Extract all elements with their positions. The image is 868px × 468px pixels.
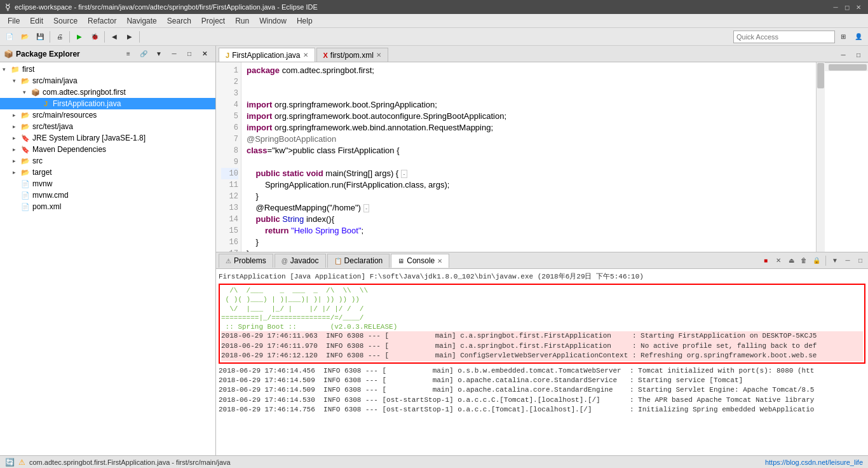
tab-console-close[interactable]: ✕ (437, 258, 442, 265)
tree-item-3[interactable]: JFirstApplication.java (0, 98, 215, 109)
menu-source[interactable]: Source (48, 15, 83, 27)
toolbar-debug-button[interactable]: 🐞 (88, 30, 102, 44)
tree-item-7[interactable]: ▸🔖Maven Dependencies (0, 144, 215, 155)
toolbar-save-button[interactable]: 💾 (33, 30, 47, 44)
tree-label-12: pom.xml (32, 202, 61, 211)
tree-icon-6: 🔖 (20, 133, 31, 143)
tree-item-4[interactable]: ▸📂src/main/resources (0, 109, 215, 121)
console-stop-button[interactable]: ■ (761, 256, 771, 266)
tab-pom-xml-close[interactable]: ✕ (376, 52, 381, 59)
toolbar-sep-2 (69, 31, 70, 43)
toolbar-sep-4 (139, 31, 140, 43)
main-area: 📦 Package Explorer ≡ 🔗 ▼ ─ □ ✕ ▾📁first▾📂… (0, 46, 868, 455)
tab-pom-xml[interactable]: X first/pom.xml ✕ (316, 48, 388, 62)
code-line-2 (247, 76, 811, 88)
editor-tab-controls: ─ □ (836, 48, 865, 62)
tree-item-5[interactable]: ▸📂src/test/java (0, 121, 215, 132)
toolbar-user-button[interactable]: 👤 (851, 30, 865, 44)
toolbar-new-button[interactable]: 📄 (3, 30, 17, 44)
tree-icon-9: 📂 (20, 167, 31, 177)
tree-item-10[interactable]: 📄mvnw (0, 178, 215, 189)
title-bar-text: eclipse-workspace - first/src/main/java/… (15, 3, 318, 11)
toolbar-prev-button[interactable]: ◀ (107, 30, 121, 44)
collapse-all-button[interactable]: ≡ (121, 47, 135, 61)
tree-item-12[interactable]: 📄pom.xml (0, 201, 215, 212)
tree-arrow-4: ▸ (13, 112, 20, 118)
line-num-16: 16 (221, 237, 238, 248)
tree-item-8[interactable]: ▸📂src (0, 155, 215, 167)
toolbar-run-button[interactable]: ▶ (72, 30, 86, 44)
line-num-13: 13 (221, 202, 238, 214)
collapse-marker-13[interactable]: - (363, 204, 369, 212)
console-panel-menu[interactable]: ▼ (830, 256, 840, 266)
tree-label-5: src/test/java (32, 122, 73, 131)
menu-file[interactable]: File (3, 15, 25, 27)
collapse-marker-10[interactable]: - (401, 170, 407, 178)
tree-label-9: target (32, 168, 52, 177)
console-highlight-box: /\ /___ _ ___ _ /\ \\ \\ ( )( )___) | )|… (219, 284, 865, 364)
minimize-button[interactable]: ─ (831, 3, 840, 11)
link-editor-button[interactable]: 🔗 (137, 47, 151, 61)
editor-maximize-button[interactable]: ─ (836, 48, 850, 62)
panel-maximize-button[interactable]: □ (182, 47, 196, 61)
menu-run[interactable]: Run (230, 15, 254, 27)
tab-declaration[interactable]: 📋 Declaration (327, 254, 390, 268)
code-line-11: SpringApplication.run(FirstApplication.c… (247, 179, 811, 191)
tab-console[interactable]: 🖥 Console ✕ (391, 254, 449, 268)
menu-window[interactable]: Window (254, 15, 292, 27)
tree-item-2[interactable]: ▾📦com.adtec.springbot.first (0, 86, 215, 98)
console-clear-button[interactable]: 🗑 (799, 256, 809, 266)
panel-close-button[interactable]: ✕ (198, 47, 212, 61)
menu-edit[interactable]: Edit (25, 15, 48, 27)
toolbar-next-button[interactable]: ▶ (123, 30, 137, 44)
tab-javadoc[interactable]: @ Javadoc (275, 254, 326, 268)
bottom-tab-controls: ■ ✕ ⏏ 🗑 🔒 ▼ ─ □ (761, 256, 865, 266)
package-explorer-header: 📦 Package Explorer ≡ 🔗 ▼ ─ □ ✕ (0, 46, 215, 62)
close-button[interactable]: ✕ (854, 3, 863, 11)
tree-item-6[interactable]: ▸🔖JRE System Library [JavaSE-1.8] (0, 132, 215, 144)
line-num-15: 15 (221, 225, 238, 237)
panel-menu-button[interactable]: ▼ (152, 47, 166, 61)
code-scroll-area[interactable]: 1234567891011121314151617 package com.ad… (216, 62, 816, 252)
tab-javadoc-label: Javadoc (290, 256, 319, 265)
console-line-1: 2018-06-29 17:46:11.970 INFO 6308 --- [ … (221, 341, 863, 351)
code-line-1: package com.adtec.springbot.first; (247, 65, 811, 76)
code-lines[interactable]: package com.adtec.springbot.first; impor… (241, 62, 816, 252)
menu-project[interactable]: Project (196, 15, 230, 27)
tree-icon-3: J (41, 99, 51, 109)
tab-first-application-close[interactable]: ✕ (303, 52, 308, 59)
line-numbers: 1234567891011121314151617 (216, 62, 241, 252)
maximize-button[interactable]: ◻ (843, 3, 851, 11)
editor-vertical-scrollbar[interactable] (816, 62, 825, 252)
quick-access-input[interactable] (733, 31, 835, 43)
menu-navigate[interactable]: Navigate (121, 15, 161, 27)
panel-minimize-button[interactable]: ─ (167, 47, 181, 61)
tree-item-0[interactable]: ▾📁first (0, 64, 215, 75)
tree-item-9[interactable]: ▸📂target (0, 167, 215, 178)
console-icon: 🖥 (398, 258, 404, 265)
editor-minimize-button[interactable]: □ (851, 48, 865, 62)
toolbar-open-button[interactable]: 📂 (18, 30, 32, 44)
tab-xml-icon: X (323, 52, 328, 59)
toolbar-perspectives-button[interactable]: ⊞ (836, 30, 850, 44)
tab-problems[interactable]: ⚠ Problems (219, 254, 273, 268)
toolbar-print-button[interactable]: 🖨 (53, 30, 67, 44)
editor-horizontal-scrollbar[interactable] (825, 62, 868, 71)
console-disconnect-button[interactable]: ⏏ (786, 256, 796, 266)
menu-search[interactable]: Search (162, 15, 196, 27)
tree-arrow-9: ▸ (13, 169, 20, 176)
code-line-9 (247, 156, 811, 168)
title-bar-controls[interactable]: ─ ◻ ✕ (831, 3, 863, 11)
tab-first-application[interactable]: J FirstApplication.java ✕ (219, 48, 315, 62)
console-minimize[interactable]: ─ (843, 256, 853, 266)
console-maximize[interactable]: □ (855, 256, 865, 266)
tree-item-11[interactable]: 📄mvnw.cmd (0, 189, 215, 201)
tree-item-1[interactable]: ▾📂src/main/java (0, 75, 215, 86)
line-num-7: 7 (221, 134, 238, 145)
menu-refactor[interactable]: Refactor (83, 15, 121, 27)
console-scroll-lock-button[interactable]: 🔒 (811, 256, 822, 266)
code-line-6: import org.springframework.web.bind.anno… (247, 122, 811, 134)
console-terminate-button[interactable]: ✕ (773, 256, 783, 266)
code-line-7: @SpringBootApplication (247, 134, 811, 145)
menu-help[interactable]: Help (292, 15, 318, 27)
